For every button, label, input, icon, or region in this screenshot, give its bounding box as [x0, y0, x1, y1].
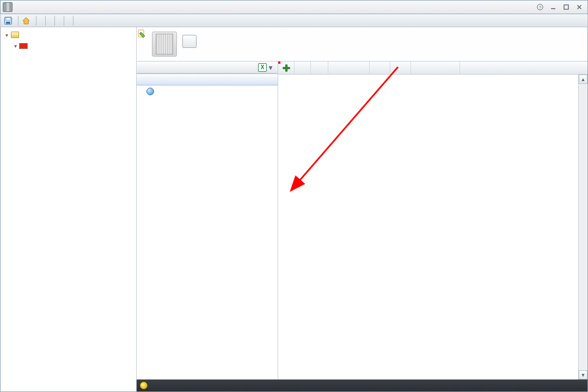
- property-panel: X ▾: [137, 62, 278, 379]
- column-dia: [390, 62, 411, 74]
- dropdown-icon[interactable]: ▾: [267, 64, 274, 71]
- standards-tree[interactable]: ▾ ▾: [1, 27, 137, 391]
- svg-rect-8: [6, 22, 10, 24]
- svg-rect-2: [551, 8, 555, 9]
- edit-header-icon[interactable]: [137, 27, 146, 40]
- status-bar: [137, 379, 587, 391]
- save-icon[interactable]: [3, 15, 14, 26]
- column-name: [411, 62, 460, 74]
- main-region: ▾ ▾: [0, 27, 588, 392]
- column-size: [328, 62, 370, 74]
- part-thumb-icon: [152, 32, 177, 57]
- svg-rect-3: [564, 5, 568, 9]
- svg-rect-13: [283, 67, 290, 69]
- help-icon[interactable]: ?: [534, 2, 546, 12]
- svg-marker-9: [23, 17, 29, 24]
- table-body[interactable]: [278, 75, 578, 379]
- vertical-scrollbar[interactable]: ▲ ▼: [578, 75, 587, 379]
- hint-bulb-icon: [140, 382, 148, 389]
- close-icon[interactable]: [573, 2, 585, 12]
- reassign-button[interactable]: [182, 35, 197, 48]
- toolbar-separator: [73, 16, 74, 26]
- title-bar: ?: [0, 0, 588, 14]
- tree-gb[interactable]: ▾: [1, 40, 136, 51]
- toolbar-separator: [64, 16, 64, 26]
- scroll-up-icon[interactable]: ▲: [579, 75, 587, 84]
- flag-cn-icon: [19, 42, 28, 50]
- toolbar-separator: [45, 16, 46, 26]
- toolbar-separator: [54, 16, 55, 26]
- tree-root[interactable]: ▾: [1, 29, 136, 40]
- globe-icon: [146, 88, 154, 95]
- scroll-down-icon[interactable]: ▼: [579, 370, 587, 379]
- home-icon[interactable]: [21, 15, 32, 26]
- column-delete: [295, 62, 311, 74]
- excel-icon[interactable]: X: [258, 63, 267, 72]
- svg-rect-7: [6, 17, 10, 20]
- toolbar-separator: [36, 16, 36, 26]
- toolbar-separator: [18, 16, 19, 26]
- column-enable: [311, 62, 328, 74]
- column-add[interactable]: [278, 62, 295, 74]
- collapse-icon[interactable]: ▾: [3, 31, 10, 39]
- app-icon: [3, 2, 13, 12]
- size-table: ▲ ▼: [278, 62, 587, 379]
- breadcrumb-toolbar: [0, 14, 588, 27]
- content-region: X ▾: [137, 27, 587, 391]
- property-panel-header: X ▾: [137, 62, 278, 74]
- property-item-thread-data[interactable]: [137, 85, 278, 97]
- column-pitch: [370, 62, 390, 74]
- maximize-icon[interactable]: [560, 2, 572, 12]
- property-item-size[interactable]: [137, 74, 278, 85]
- folder-open-icon: [10, 31, 19, 39]
- svg-text:?: ?: [539, 5, 542, 10]
- minimize-icon[interactable]: [547, 2, 559, 12]
- property-list[interactable]: [137, 74, 278, 379]
- collapse-icon[interactable]: ▾: [11, 42, 19, 50]
- table-header: [278, 62, 587, 75]
